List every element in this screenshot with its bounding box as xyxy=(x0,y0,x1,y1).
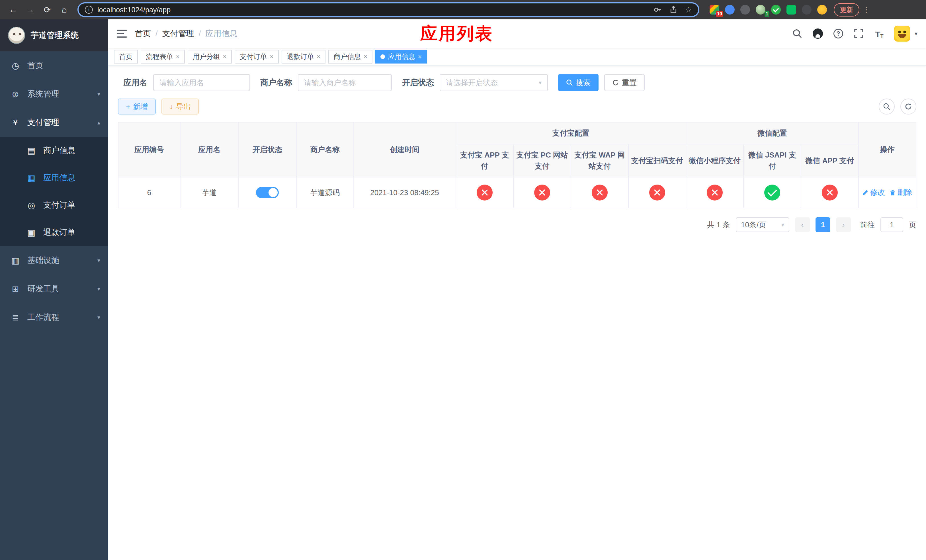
cell-status xyxy=(238,177,297,208)
tab-pay-order[interactable]: 支付订单 × xyxy=(235,50,279,64)
sidebar-item-infra[interactable]: ▥ 基础设施 ▾ xyxy=(0,246,108,275)
sidebar-item-workflow[interactable]: ≣ 工作流程 ▾ xyxy=(0,303,108,331)
tab-app-info[interactable]: 应用信息 × xyxy=(375,50,427,64)
bookmark-star-icon[interactable]: ☆ xyxy=(685,5,692,15)
workflow-icon: ≣ xyxy=(10,312,21,322)
user-avatar[interactable] xyxy=(894,26,910,42)
sidebar-item-merchant-info[interactable]: ▤ 商户信息 xyxy=(0,137,108,164)
export-button[interactable]: ↓ 导出 xyxy=(162,98,199,115)
payment-submenu: ▤ 商户信息 ▦ 应用信息 ◎ 支付订单 ▣ 退款订单 xyxy=(0,137,108,246)
sidebar-item-app-info[interactable]: ▦ 应用信息 xyxy=(0,164,108,191)
reset-button[interactable]: 重置 xyxy=(604,74,645,91)
extension-icon-dark[interactable] xyxy=(740,5,750,15)
app-table: 应用编号 应用名 开启状态 商户名称 创建时间 支付宝配置 微信配置 操作 支付… xyxy=(118,122,916,208)
tab-merchant-info[interactable]: 商户信息 × xyxy=(328,50,372,64)
close-icon[interactable]: × xyxy=(223,53,227,60)
edit-link[interactable]: 修改 xyxy=(862,188,885,197)
refresh-icon[interactable] xyxy=(900,98,916,115)
goto-page-input[interactable] xyxy=(881,217,903,232)
status-select-placeholder: 请选择开启状态 xyxy=(446,78,498,88)
chevron-up-icon: ▴ xyxy=(97,119,100,126)
extension-icon-colorful[interactable]: 10 xyxy=(710,5,719,15)
delete-link[interactable]: 删除 xyxy=(890,188,912,197)
sidebar-item-pay-order[interactable]: ◎ 支付订单 xyxy=(0,191,108,219)
github-icon[interactable] xyxy=(812,28,823,39)
extensions-tray: 10 1 xyxy=(705,5,831,15)
sidebar-item-refund-order[interactable]: ▣ 退款订单 xyxy=(0,219,108,246)
app-logo[interactable]: 芋道管理系统 xyxy=(0,20,108,51)
status-label: 开启状态 xyxy=(402,77,434,88)
browser-reload-button[interactable]: ⟳ xyxy=(40,2,54,17)
col-merchant: 商户名称 xyxy=(297,122,353,177)
close-icon[interactable]: × xyxy=(270,53,274,60)
help-icon[interactable]: ? xyxy=(832,28,844,39)
document-icon: ▣ xyxy=(26,228,36,238)
menu-fold-icon[interactable] xyxy=(117,30,127,38)
browser-chrome: ← → ⟳ ⌂ i localhost:1024/pay/app ☆ 10 1 … xyxy=(0,0,926,20)
fullscreen-icon[interactable] xyxy=(853,28,864,39)
browser-menu-icon[interactable]: ⋮ xyxy=(862,6,871,14)
status-toggle[interactable] xyxy=(256,187,279,198)
page-size-select[interactable]: 10条/页 ▾ xyxy=(736,217,789,232)
app-name-input[interactable] xyxy=(153,74,250,91)
tab-user-group[interactable]: 用户分组 × xyxy=(188,50,232,64)
search-button[interactable]: 搜索 xyxy=(558,74,599,91)
extension-icon-avatar[interactable]: 1 xyxy=(756,5,766,15)
password-key-icon[interactable] xyxy=(654,5,662,14)
breadcrumb-home[interactable]: 首页 xyxy=(135,28,151,39)
browser-back-button[interactable]: ← xyxy=(6,2,21,17)
add-button[interactable]: + 新增 xyxy=(118,98,156,115)
extension-icon-wechat[interactable] xyxy=(787,5,796,15)
next-page-button[interactable]: › xyxy=(836,217,851,232)
cell-alipay-qr xyxy=(628,177,686,208)
cell-alipay-pc xyxy=(513,177,571,208)
app-name-label: 应用名 xyxy=(124,77,147,88)
tab-refund-order[interactable]: 退款订单 × xyxy=(281,50,326,64)
disabled-icon xyxy=(592,185,608,201)
table-toolbar: + 新增 ↓ 导出 xyxy=(118,98,916,115)
sidebar: 芋道管理系统 ◷ 首页 ⊛ 系统管理 ▾ ¥ 支付管理 ▴ ▤ 商户信息 ▦ 应… xyxy=(0,20,108,560)
extension-icon-emoji[interactable] xyxy=(817,5,827,15)
url-text[interactable]: localhost:1024/pay/app xyxy=(97,6,649,14)
extension-icon-blue[interactable] xyxy=(725,5,735,15)
prev-page-button[interactable]: ‹ xyxy=(795,217,810,232)
browser-forward-button[interactable]: → xyxy=(23,2,38,17)
close-icon[interactable]: × xyxy=(364,53,367,60)
tab-home[interactable]: 首页 xyxy=(114,50,138,64)
browser-update-button[interactable]: 更新 xyxy=(834,3,859,17)
disabled-icon xyxy=(477,185,493,201)
cell-app-name: 芋道 xyxy=(180,177,238,208)
site-info-icon[interactable]: i xyxy=(85,6,93,14)
browser-home-button[interactable]: ⌂ xyxy=(57,2,72,17)
chevron-down-icon: ▾ xyxy=(539,79,542,86)
merchant-name-input[interactable] xyxy=(298,74,392,91)
extension-icon-green-check[interactable] xyxy=(771,5,781,15)
share-icon[interactable] xyxy=(669,5,678,14)
font-size-icon[interactable]: TT xyxy=(874,28,885,39)
current-page-button[interactable]: 1 xyxy=(816,217,830,232)
status-select[interactable]: 请选择开启状态 ▾ xyxy=(440,74,548,91)
close-icon[interactable]: × xyxy=(418,53,422,60)
col-app-name: 应用名 xyxy=(180,122,238,177)
disabled-icon xyxy=(534,185,550,201)
cell-alipay-app xyxy=(456,177,513,208)
goto-label: 前往 xyxy=(860,220,875,230)
sidebar-item-payment[interactable]: ¥ 支付管理 ▴ xyxy=(0,108,108,137)
main-area: 首页 / 支付管理 / 应用信息 应用列表 ? TT ▾ xyxy=(108,20,926,560)
active-dot xyxy=(380,54,385,59)
close-icon[interactable]: × xyxy=(176,53,180,60)
close-icon[interactable]: × xyxy=(317,53,321,60)
col-alipay-app: 支付宝 APP 支付 xyxy=(456,144,513,177)
sidebar-item-label: 商户信息 xyxy=(43,145,75,156)
address-bar[interactable]: i localhost:1024/pay/app ☆ xyxy=(77,2,699,17)
tab-process-form[interactable]: 流程表单 × xyxy=(141,50,185,64)
sidebar-item-dev-tools[interactable]: ⊞ 研发工具 ▾ xyxy=(0,275,108,303)
extension-icon-pin[interactable] xyxy=(802,5,811,15)
search-icon[interactable] xyxy=(791,28,803,39)
breadcrumb-payment[interactable]: 支付管理 xyxy=(162,28,194,39)
avatar-caret-icon[interactable]: ▾ xyxy=(915,30,917,37)
sidebar-item-system[interactable]: ⊛ 系统管理 ▾ xyxy=(0,80,108,108)
toggle-search-icon[interactable] xyxy=(879,98,895,115)
tags-view: 首页 流程表单 × 用户分组 × 支付订单 × 退款订单 × 商户信息 × xyxy=(108,48,926,66)
sidebar-item-home[interactable]: ◷ 首页 xyxy=(0,51,108,80)
